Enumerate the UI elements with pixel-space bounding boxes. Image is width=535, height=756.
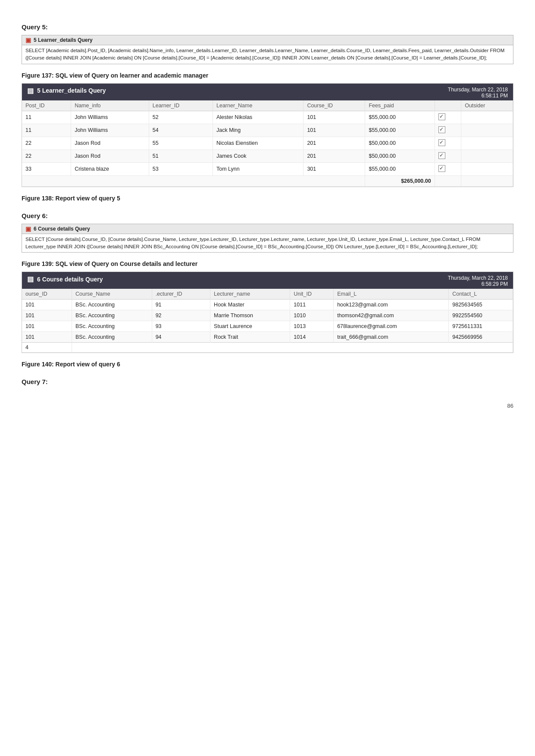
cell6-email: thomson42@gmail.com — [334, 310, 449, 321]
cell-course-id: 101 — [303, 111, 365, 124]
table-row: 101 BSc. Accounting 91 Hook Master 1011 … — [22, 300, 513, 310]
cell-name-info: Cristena blaze — [71, 162, 149, 175]
cell6-lecturer-name: Rock Trait — [210, 332, 290, 343]
cell6-lecturer-id: 92 — [152, 310, 210, 321]
cell-course-id: 101 — [303, 124, 365, 137]
cell-learner-id: 51 — [149, 150, 213, 162]
cell6-unit-id: 1010 — [290, 310, 334, 321]
cell6-course-id: 101 — [22, 300, 72, 310]
table6-title: ▤ 6 Course details Query — [27, 275, 103, 283]
table5-wrapper: ▤ 5 Learner_details Query Thursday, Marc… — [22, 83, 513, 187]
table6-data: ourse_ID Course_Name .ecturer_ID Lecture… — [22, 289, 513, 353]
col-fees-paid: Fees_paid — [365, 100, 435, 111]
table-row: 22 Jason Rod 51 James Cook 201 $50,000.0… — [22, 150, 513, 162]
table5-title: ▤ 5 Learner_details Query — [27, 87, 106, 95]
table-row: 11 John Williams 54 Jack Ming 101 $55,00… — [22, 124, 513, 137]
col-outsider: Outsider — [461, 100, 513, 111]
cell6-lecturer-id: 91 — [152, 300, 210, 310]
table-row: 11 John Williams 52 Alester Nikolas 101 … — [22, 111, 513, 124]
cell6-contact: 9825634565 — [449, 300, 513, 310]
table6-datetime: Thursday, March 22, 2018 6:58:29 PM — [448, 275, 508, 287]
cell6-contact: 9425669956 — [449, 332, 513, 343]
table6-icon: ▤ — [27, 275, 34, 283]
cell6-unit-id: 1013 — [290, 321, 334, 332]
cell6-course-name: BSc. Accounting — [72, 300, 152, 310]
total-empty1 — [435, 175, 461, 186]
cell6-email: hook123@gmail.com — [334, 300, 449, 310]
table6-footer-num: 4 — [22, 343, 72, 353]
table-row: 101 BSc. Accounting 92 Marrie Thomson 10… — [22, 310, 513, 321]
col6-lecturer-name: Lecturer_name — [210, 289, 290, 300]
figure139-caption: Figure 139: SQL view of Query on Course … — [22, 260, 513, 267]
table-total-row: $265,000.00 — [22, 175, 513, 186]
query5-box-title: 5 Learner_details Query — [34, 37, 93, 43]
query5-box: ▣ 5 Learner_details Query SELECT [Academ… — [22, 35, 513, 64]
total-label — [22, 175, 365, 186]
cell-post-id: 22 — [22, 137, 71, 150]
cell6-unit-id: 1011 — [290, 300, 334, 310]
cell-course-id: 201 — [303, 137, 365, 150]
col-name-info: Name_info — [71, 100, 149, 111]
cell-checkbox — [435, 124, 461, 137]
cell6-unit-id: 1014 — [290, 332, 334, 343]
cell-post-id: 11 — [22, 124, 71, 137]
table5-header-row: Post_ID Name_info Learner_ID Learner_Nam… — [22, 100, 513, 111]
query6-box-body: SELECT [Course details].Course_ID, [Cour… — [22, 234, 513, 253]
cell6-contact: 9922554560 — [449, 310, 513, 321]
cell6-contact: 9725611331 — [449, 321, 513, 332]
table-row: 33 Cristena blaze 53 Tom Lynn 301 $55,00… — [22, 162, 513, 175]
query6-box-header: ▣ 6 Course details Query — [22, 224, 513, 234]
cell6-lecturer-id: 93 — [152, 321, 210, 332]
cell6-email: trait_666@gmail.com — [334, 332, 449, 343]
table5-datetime: Thursday, March 22, 2018 6:58:11 PM — [448, 87, 508, 99]
cell-checkbox — [435, 111, 461, 124]
cell-name-info: John Williams — [71, 124, 149, 137]
cell-outsider — [461, 150, 513, 162]
table6-footer-empty — [72, 343, 513, 353]
cell-checkbox — [435, 137, 461, 150]
query6-section-title: Query 6: — [22, 212, 513, 219]
table-row: 101 BSc. Accounting 94 Rock Trait 1014 t… — [22, 332, 513, 343]
cell-name-info: Jason Rod — [71, 137, 149, 150]
cell-name-info: Jason Rod — [71, 150, 149, 162]
table5-date: Thursday, March 22, 2018 — [448, 87, 508, 93]
table6-date: Thursday, March 22, 2018 — [448, 275, 508, 281]
table5-data: Post_ID Name_info Learner_ID Learner_Nam… — [22, 100, 513, 187]
figure137-caption: Figure 137: SQL view of Query on learner… — [22, 72, 513, 79]
table6-title-text: 6 Course details Query — [37, 276, 103, 283]
cell-checkbox — [435, 162, 461, 175]
cell-learner-id: 52 — [149, 111, 213, 124]
query6-box: ▣ 6 Course details Query SELECT [Course … — [22, 224, 513, 253]
col6-contact: Contact_L — [449, 289, 513, 300]
cell-checkbox — [435, 150, 461, 162]
cell-name-info: John Williams — [71, 111, 149, 124]
table5-time: 6:58:11 PM — [448, 93, 508, 99]
col6-lecturer-id: .ecturer_ID — [152, 289, 210, 300]
total-empty2 — [461, 175, 513, 186]
cell6-lecturer-name: Marrie Thomson — [210, 310, 290, 321]
table-row: 22 Jason Rod 55 Nicolas Eienstien 201 $5… — [22, 137, 513, 150]
cell-learner-name: Alester Nikolas — [213, 111, 303, 124]
table6-wrapper: ▤ 6 Course details Query Thursday, March… — [22, 272, 513, 353]
table6-header-row: ourse_ID Course_Name .ecturer_ID Lecture… — [22, 289, 513, 300]
cell-learner-id: 55 — [149, 137, 213, 150]
table5-icon: ▤ — [27, 87, 34, 95]
cell6-course-name: BSc. Accounting — [72, 321, 152, 332]
db-icon-q5: ▣ — [25, 37, 31, 44]
cell-fees-paid: $50,000.00 — [365, 137, 435, 150]
cell6-lecturer-name: Hook Master — [210, 300, 290, 310]
cell-course-id: 201 — [303, 150, 365, 162]
cell6-course-name: BSc. Accounting — [72, 310, 152, 321]
cell6-lecturer-id: 94 — [152, 332, 210, 343]
col-learner-name: Learner_Name — [213, 100, 303, 111]
col-learner-id: Learner_ID — [149, 100, 213, 111]
page-number: 86 — [22, 403, 513, 409]
figure138-caption: Figure 138: Report view of query 5 — [22, 195, 513, 202]
query7-section-title: Query 7: — [22, 378, 513, 385]
query5-section-title: Query 5: — [22, 23, 513, 31]
col6-unit-id: Unit_ID — [290, 289, 334, 300]
cell-fees-paid: $55,000.00 — [365, 162, 435, 175]
table6-header: ▤ 6 Course details Query Thursday, March… — [22, 272, 513, 289]
cell-learner-name: James Cook — [213, 150, 303, 162]
cell-outsider — [461, 124, 513, 137]
